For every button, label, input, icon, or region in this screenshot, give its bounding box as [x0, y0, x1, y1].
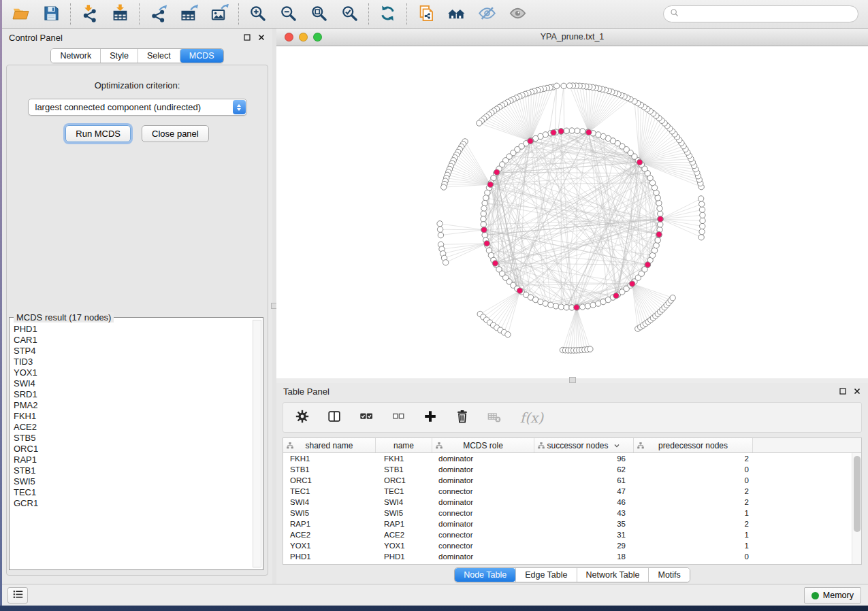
export-network-button[interactable] — [148, 4, 168, 24]
table-row[interactable]: FKH1FKH1dominator962 — [283, 453, 861, 464]
import-network-button[interactable] — [80, 4, 99, 24]
mcds-node[interactable] — [487, 182, 493, 187]
table-cell[interactable]: 47 — [534, 486, 634, 497]
table-row[interactable]: RAP1RAP1dominator352 — [283, 518, 861, 529]
mcds-node[interactable] — [481, 227, 487, 233]
table-settings-button[interactable] — [294, 410, 310, 425]
tab-edge-table[interactable]: Edge Table — [515, 568, 576, 582]
table-cell[interactable]: YOX1 — [283, 540, 376, 551]
mcds-node[interactable] — [494, 169, 500, 175]
table-cell[interactable]: connector — [432, 508, 534, 518]
mcds-node[interactable] — [629, 281, 634, 286]
table-cell[interactable]: STB1 — [376, 464, 432, 475]
column-header-MCDS-role[interactable]: MCDS role — [432, 438, 534, 452]
mcds-node[interactable] — [645, 262, 650, 267]
show-all-button[interactable] — [508, 4, 528, 24]
tab-network-table[interactable]: Network Table — [577, 568, 649, 582]
tab-mcds[interactable]: MCDS — [180, 49, 223, 63]
table-cell[interactable]: 29 — [534, 540, 634, 551]
table-cell[interactable]: 1 — [634, 529, 753, 540]
network-canvas[interactable] — [276, 46, 868, 378]
zoom-selected-button[interactable] — [340, 4, 359, 24]
mcds-node-item[interactable]: PHD1 — [14, 324, 263, 335]
table-cell[interactable]: PHD1 — [376, 551, 432, 562]
table-cell[interactable]: RAP1 — [376, 518, 432, 529]
tab-node-table[interactable]: Node Table — [455, 568, 515, 582]
table-cell[interactable]: 35 — [534, 518, 634, 529]
table-cell[interactable]: ACE2 — [283, 529, 376, 540]
column-header-name[interactable]: name — [376, 438, 432, 452]
splitter-handle[interactable] — [569, 377, 576, 383]
mcds-node-item[interactable]: ACE2 — [14, 422, 263, 433]
save-session-button[interactable] — [42, 4, 61, 24]
table-cell[interactable]: 1 — [634, 508, 753, 518]
table-cell[interactable]: YOX1 — [376, 540, 432, 551]
table-cell[interactable]: ORC1 — [376, 475, 432, 486]
table-cell[interactable]: 2 — [634, 497, 753, 508]
table-cell[interactable]: connector — [432, 540, 534, 551]
table-cell[interactable]: 2 — [634, 518, 753, 529]
mcds-node[interactable] — [658, 216, 663, 222]
column-header-predecessor-nodes[interactable]: predecessor nodes — [634, 438, 753, 452]
table-cell[interactable]: TEC1 — [376, 486, 432, 497]
hide-selected-button[interactable] — [477, 4, 497, 24]
mcds-node-item[interactable]: TEC1 — [14, 487, 263, 498]
table-cell[interactable]: 62 — [534, 464, 634, 475]
mcds-node-item[interactable]: ORC1 — [14, 444, 263, 455]
mcds-node-item[interactable]: RAP1 — [14, 455, 263, 465]
table-cell[interactable]: 0 — [634, 464, 753, 475]
table-cell[interactable]: STB1 — [283, 464, 376, 475]
tab-select[interactable]: Select — [138, 49, 180, 63]
table-cell[interactable]: 1 — [634, 540, 753, 551]
table-cell[interactable]: 2 — [634, 453, 753, 464]
table-cell[interactable]: connector — [432, 486, 534, 497]
table-row[interactable]: ACE2ACE2connector311 — [283, 529, 861, 540]
duplicate-network-button[interactable] — [416, 4, 436, 24]
table-cell[interactable]: dominator — [432, 497, 534, 508]
mcds-node-item[interactable]: PMA2 — [14, 400, 263, 411]
mcds-node[interactable] — [637, 159, 642, 165]
mcds-node[interactable] — [484, 241, 489, 246]
search-box[interactable] — [663, 5, 858, 22]
table-row[interactable]: TEC1TEC1connector472 — [283, 486, 861, 497]
search-input[interactable] — [680, 9, 852, 19]
mcds-node[interactable] — [517, 288, 522, 293]
table-scrollbar[interactable] — [852, 453, 861, 564]
network-window-titlebar[interactable]: YPA_prune.txt_1 — [276, 29, 868, 46]
horizontal-splitter[interactable] — [276, 378, 868, 383]
mcds-node-item[interactable]: SRD1 — [14, 389, 263, 400]
mcds-node-item[interactable]: CAR1 — [14, 335, 263, 346]
table-cell[interactable]: SWI5 — [283, 508, 376, 518]
zoom-in-button[interactable] — [248, 4, 268, 24]
table-cell[interactable]: 31 — [534, 529, 634, 540]
mcds-list-scrollbar[interactable] — [253, 320, 261, 567]
run-mcds-button[interactable]: Run MCDS — [65, 125, 131, 142]
optimization-criterion-select[interactable]: largest connected component (undirected) — [28, 99, 247, 116]
column-header-shared-name[interactable]: shared name — [283, 438, 376, 452]
table-cell[interactable]: dominator — [432, 551, 534, 562]
mcds-node[interactable] — [586, 129, 592, 135]
table-row[interactable]: SWI5SWI5connector431 — [283, 508, 861, 518]
table-cell[interactable]: FKH1 — [283, 453, 376, 464]
mcds-node-item[interactable]: SWI5 — [14, 476, 263, 487]
table-cell[interactable]: dominator — [432, 475, 534, 486]
table-cell[interactable]: SWI5 — [376, 508, 432, 518]
mcds-node[interactable] — [574, 305, 579, 310]
table-cell[interactable]: RAP1 — [283, 518, 376, 529]
column-header-successor-nodes[interactable]: successor nodes — [534, 438, 634, 452]
mcds-node-item[interactable]: STP4 — [14, 346, 263, 357]
table-cell[interactable]: SWI4 — [283, 497, 376, 508]
zoom-out-button[interactable] — [278, 4, 298, 24]
float-panel-icon[interactable] — [243, 33, 251, 42]
mcds-node-item[interactable]: GCR1 — [14, 498, 263, 509]
table-cell[interactable]: FKH1 — [376, 453, 432, 464]
first-neighbors-button[interactable] — [447, 4, 466, 24]
mcds-node[interactable] — [613, 293, 619, 298]
export-table-button[interactable] — [179, 4, 199, 24]
close-panel-icon[interactable] — [257, 33, 266, 42]
table-cell[interactable]: 61 — [534, 475, 634, 486]
deselect-all-rows-button[interactable] — [390, 410, 406, 425]
tab-style[interactable]: Style — [100, 49, 138, 63]
create-column-button[interactable] — [422, 410, 438, 425]
delete-column-button[interactable] — [454, 410, 470, 425]
